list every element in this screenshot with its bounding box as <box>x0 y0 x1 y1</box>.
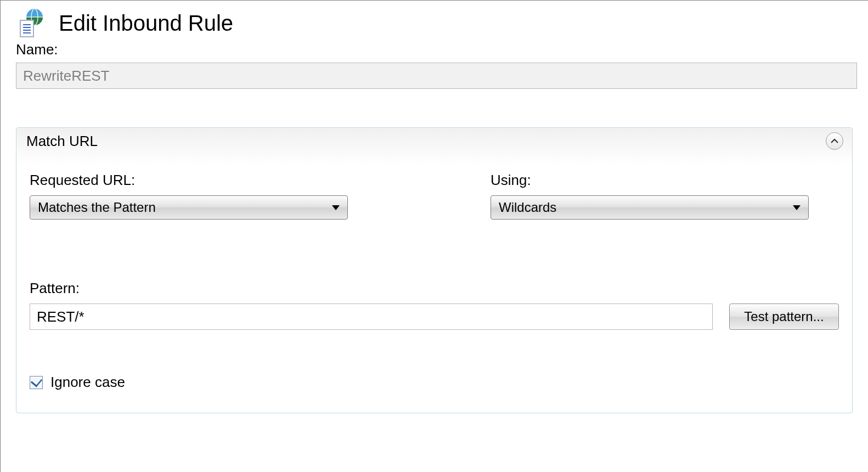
page-title: Edit Inbound Rule <box>59 11 233 36</box>
edit-inbound-rule-pane: Edit Inbound Rule Name: Match URL Reques… <box>0 0 868 472</box>
match-url-panel: Match URL Requested URL: Matches the Pat… <box>16 127 853 413</box>
requested-url-label: Requested URL: <box>30 172 348 189</box>
name-label: Name: <box>16 41 857 58</box>
pattern-block: Pattern: Test pattern... <box>30 280 839 330</box>
name-block: Name: <box>12 41 857 89</box>
ignore-case-label[interactable]: Ignore case <box>50 374 125 391</box>
chevron-up-icon <box>831 138 838 144</box>
ignore-case-row: Ignore case <box>30 374 839 391</box>
pattern-row: Test pattern... <box>30 304 839 330</box>
svg-rect-3 <box>20 20 33 37</box>
requested-url-selected: Matches the Pattern <box>38 200 156 215</box>
match-url-row: Requested URL: Matches the Pattern Using… <box>30 172 839 220</box>
collapse-button[interactable] <box>826 132 843 150</box>
test-pattern-button[interactable]: Test pattern... <box>729 304 839 330</box>
match-url-title: Match URL <box>26 133 98 150</box>
rule-globe-document-icon <box>16 8 46 38</box>
chevron-down-icon <box>793 205 801 210</box>
name-input <box>16 63 857 89</box>
pattern-input[interactable] <box>30 304 713 330</box>
chevron-down-icon <box>332 205 340 210</box>
using-label: Using: <box>491 172 809 189</box>
using-dropdown[interactable]: Wildcards <box>491 195 809 220</box>
ignore-case-checkbox[interactable] <box>30 376 43 389</box>
using-selected: Wildcards <box>499 200 556 215</box>
requested-url-dropdown[interactable]: Matches the Pattern <box>30 195 348 220</box>
using-col: Using: Wildcards <box>491 172 809 220</box>
page-header: Edit Inbound Rule <box>12 6 857 41</box>
match-url-titlebar: Match URL <box>16 128 852 165</box>
requested-url-col: Requested URL: Matches the Pattern <box>30 172 348 220</box>
pattern-label: Pattern: <box>30 280 839 297</box>
